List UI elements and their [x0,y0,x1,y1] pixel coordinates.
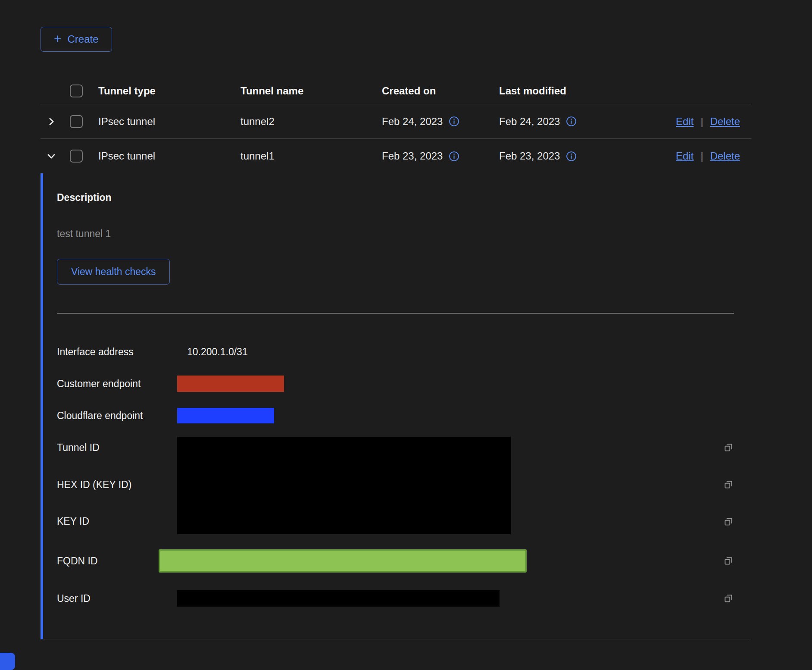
floating-action-partial[interactable] [0,653,15,670]
collapse-row-button[interactable] [41,150,62,162]
last-modified-cell: Feb 23, 2023 [499,150,665,162]
header-last-modified: Last modified [499,85,665,97]
edit-link[interactable]: Edit [676,150,693,162]
tunnel-type-value: IPsec tunnel [98,150,240,162]
created-on-value: Feb 23, 2023 [382,150,443,162]
interface-address-row: Interface address 10.200.1.0/31 [57,336,734,368]
fqdn-id-label: FQDN ID [57,555,159,567]
info-icon[interactable] [449,116,459,127]
header-checkbox-cell [62,85,98,97]
fqdn-id-row: FQDN ID [57,549,734,573]
edit-link[interactable]: Edit [676,116,693,128]
header-created-on: Created on [382,85,499,97]
customer-endpoint-label: Customer endpoint [57,378,177,390]
created-on-cell: Feb 23, 2023 [382,150,499,162]
last-modified-value: Feb 24, 2023 [499,116,560,128]
tunnel-ids-redaction [177,437,511,534]
user-id-label: User ID [57,593,177,604]
id-labels-column: Tunnel ID HEX ID (KEY ID) KEY ID [57,437,177,534]
row-actions: Edit | Delete [665,116,751,128]
copy-tunnel-id-icon[interactable] [723,442,734,453]
id-copy-icons-column [511,437,734,534]
tunnel-id-label: Tunnel ID [57,442,177,454]
plus-icon: + [54,32,62,45]
description-value: test tunnel 1 [57,228,734,240]
table-header: Tunnel type Tunnel name Created on Last … [41,78,751,104]
tunnel-name-value: tunnel2 [240,116,382,128]
row-actions: Edit | Delete [665,150,751,162]
row-checkbox[interactable] [70,150,83,163]
interface-address-value: 10.200.1.0/31 [187,346,248,358]
actions-separator: | [700,150,703,162]
create-button-label: Create [68,33,99,45]
user-id-row: User ID [57,590,734,607]
divider [57,313,734,313]
tunnel-ids-block: Tunnel ID HEX ID (KEY ID) KEY ID [57,437,734,534]
user-id-redaction [177,590,500,607]
info-icon[interactable] [566,116,577,127]
customer-endpoint-row: Customer endpoint [57,368,734,400]
table-row-tunnel1: IPsec tunnel tunnel1 Feb 23, 2023 Feb 23… [41,139,751,173]
view-health-checks-button[interactable]: View health checks [57,259,170,285]
customer-endpoint-redaction [177,376,284,392]
row-checkbox-cell [62,150,98,163]
delete-link[interactable]: Delete [710,116,740,128]
interface-address-label: Interface address [57,346,177,358]
tunnel-name-value: tunnel1 [240,150,382,162]
info-icon[interactable] [566,151,577,162]
hex-id-label: HEX ID (KEY ID) [57,479,177,491]
header-tunnel-name: Tunnel name [240,85,382,97]
expander-cell [41,150,62,162]
expand-row-button[interactable] [41,116,62,127]
actions-separator: | [700,116,703,128]
chevron-down-icon [46,150,57,162]
header-tunnel-type: Tunnel type [98,85,240,97]
create-button[interactable]: + Create [41,27,112,52]
select-all-checkbox[interactable] [70,85,83,97]
chevron-right-icon [46,116,57,127]
info-icon[interactable] [449,151,459,162]
last-modified-value: Feb 23, 2023 [499,150,560,162]
cloudflare-endpoint-redaction [177,408,274,423]
copy-key-id-icon[interactable] [723,516,734,527]
created-on-value: Feb 24, 2023 [382,116,443,128]
last-modified-cell: Feb 24, 2023 [499,116,665,128]
cloudflare-endpoint-label: Cloudflare endpoint [57,410,177,422]
row-checkbox-cell [62,115,98,128]
cloudflare-endpoint-row: Cloudflare endpoint [57,400,734,432]
row-checkbox[interactable] [70,115,83,128]
expander-cell [41,116,62,127]
tunnel-detail-panel: Description test tunnel 1 View health ch… [41,173,751,639]
copy-user-id-icon[interactable] [723,593,734,604]
delete-link[interactable]: Delete [710,150,740,162]
fqdn-id-redaction [159,549,527,573]
key-id-label: KEY ID [57,516,177,527]
copy-hex-id-icon[interactable] [723,479,734,490]
main-content: + Create Tunnel type Tunnel name Created… [41,27,751,639]
tunnel-type-value: IPsec tunnel [98,116,240,128]
table-row-tunnel2: IPsec tunnel tunnel2 Feb 24, 2023 Feb 24… [41,104,751,139]
copy-fqdn-id-icon[interactable] [723,555,734,567]
description-label: Description [57,191,734,204]
created-on-cell: Feb 24, 2023 [382,116,499,128]
